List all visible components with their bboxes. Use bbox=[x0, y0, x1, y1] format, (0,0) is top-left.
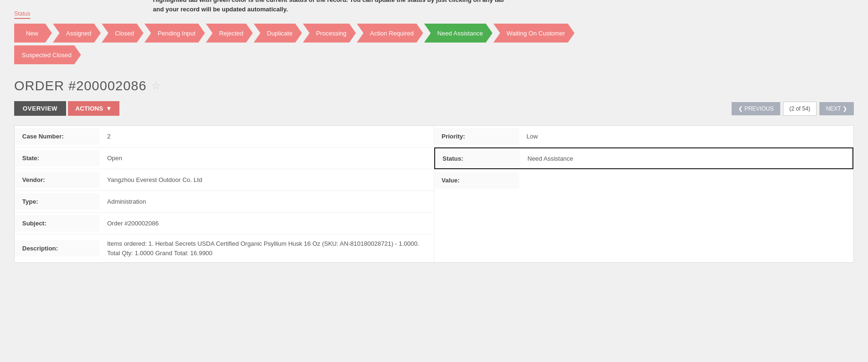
status-tab-suspected-closed[interactable]: Suspected Closed bbox=[14, 45, 81, 64]
field-label: Case Number: bbox=[15, 128, 100, 145]
actions-chevron-icon: ▼ bbox=[106, 105, 112, 112]
field-label: Value: bbox=[434, 172, 519, 189]
field-row-value-: Value: bbox=[434, 169, 854, 191]
status-tab-action-required[interactable]: Action Required bbox=[357, 24, 423, 43]
status-tab-closed[interactable]: Closed bbox=[101, 24, 143, 43]
actions-label: ACTIONS bbox=[76, 105, 103, 112]
field-label: Type: bbox=[15, 193, 100, 210]
status-tab-waiting-on-customer[interactable]: Waiting On Customer bbox=[493, 24, 574, 43]
tooltip-text: Highlighted tab with green color is the … bbox=[153, 0, 507, 14]
page-container: Status Highlighted tab with green color … bbox=[0, 0, 868, 362]
field-label: Status: bbox=[435, 150, 520, 167]
field-row-status-: Status:Need Assistance bbox=[434, 147, 854, 169]
status-tab-new[interactable]: New bbox=[14, 24, 52, 43]
status-header: Status Highlighted tab with green color … bbox=[14, 9, 854, 64]
status-tab-need-assistance[interactable]: Need Assistance bbox=[424, 24, 493, 43]
record-right: Priority:LowStatus:Need AssistanceValue: bbox=[434, 126, 854, 262]
status-tab-pending-input[interactable]: Pending Input bbox=[144, 24, 205, 43]
previous-button[interactable]: ❮ PREVIOUS bbox=[732, 102, 780, 115]
field-label: State: bbox=[15, 150, 100, 166]
field-value: Need Assistance bbox=[520, 150, 853, 167]
field-value: Low bbox=[519, 128, 854, 145]
field-value: Items ordered: 1. Herbal Secrets USDA Ce… bbox=[100, 234, 434, 262]
field-label: Description: bbox=[15, 240, 100, 257]
status-tab-assigned[interactable]: Assigned bbox=[53, 24, 101, 43]
order-section: ORDER #200002086 ☆ OVERVIEW ACTIONS ▼ ❮ … bbox=[14, 78, 854, 263]
order-title: ORDER #200002086 ☆ bbox=[14, 78, 854, 94]
field-label: Priority: bbox=[434, 128, 519, 145]
field-value bbox=[519, 175, 854, 185]
field-row-type-: Type:Administration bbox=[15, 191, 434, 213]
status-tab-processing[interactable]: Processing bbox=[303, 24, 356, 43]
action-bar-left: OVERVIEW ACTIONS ▼ bbox=[14, 101, 119, 116]
next-button[interactable]: NEXT ❯ bbox=[819, 102, 854, 115]
record-left: Case Number:2State:OpenVendor:Yangzhou E… bbox=[15, 126, 434, 262]
action-bar-right: ❮ PREVIOUS (2 of 54) NEXT ❯ bbox=[732, 102, 854, 116]
status-label: Status bbox=[14, 10, 30, 19]
field-row-state-: State:Open bbox=[15, 147, 434, 169]
field-value: Open bbox=[100, 150, 434, 166]
actions-button[interactable]: ACTIONS ▼ bbox=[68, 101, 119, 116]
field-value: 2 bbox=[100, 128, 434, 145]
page-indicator: (2 of 54) bbox=[783, 102, 817, 116]
overview-button[interactable]: OVERVIEW bbox=[14, 101, 66, 116]
field-row-priority-: Priority:Low bbox=[434, 126, 854, 147]
field-row-subject-: Subject:Order #200002086 bbox=[15, 213, 434, 234]
field-label: Vendor: bbox=[15, 172, 100, 188]
status-tab-rejected[interactable]: Rejected bbox=[206, 24, 253, 43]
star-icon[interactable]: ☆ bbox=[152, 80, 161, 92]
record-card: Case Number:2State:OpenVendor:Yangzhou E… bbox=[14, 125, 854, 263]
field-value: Order #200002086 bbox=[100, 215, 434, 232]
status-tab-duplicate[interactable]: Duplicate bbox=[254, 24, 302, 43]
order-number: ORDER #200002086 bbox=[14, 78, 147, 94]
field-row-case-number-: Case Number:2 bbox=[15, 126, 434, 147]
pipeline-row-2: Suspected Closed bbox=[14, 45, 854, 64]
field-label: Subject: bbox=[15, 215, 100, 232]
action-bar: OVERVIEW ACTIONS ▼ ❮ PREVIOUS (2 of 54) … bbox=[14, 101, 854, 116]
field-row-vendor-: Vendor:Yangzhou Everest Outdoor Co. Ltd bbox=[15, 169, 434, 191]
record-grid: Case Number:2State:OpenVendor:Yangzhou E… bbox=[15, 126, 853, 262]
pipeline-row-1: NewAssignedClosedPending InputRejectedDu… bbox=[14, 24, 854, 43]
field-value: Yangzhou Everest Outdoor Co. Ltd bbox=[100, 172, 434, 188]
field-row-description-: Description:Items ordered: 1. Herbal Sec… bbox=[15, 234, 434, 262]
field-value: Administration bbox=[100, 193, 434, 210]
